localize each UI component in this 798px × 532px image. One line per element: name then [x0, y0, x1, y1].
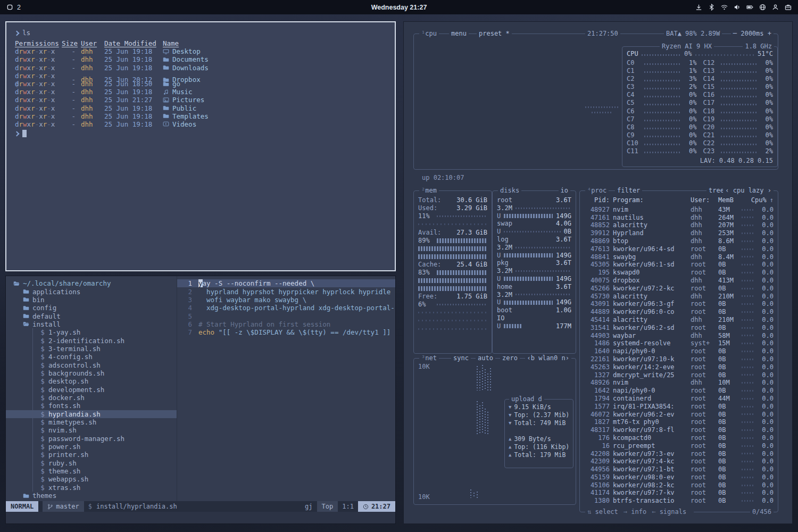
- tree-item-themes[interactable]: themes: [6, 492, 177, 500]
- io-mode-button[interactable]: io: [559, 187, 570, 195]
- tree-item-backgrounds.sh[interactable]: $backgrounds.sh: [6, 369, 177, 377]
- briefcase-icon[interactable]: [785, 4, 792, 11]
- process-row[interactable]: 1577irq/81-PIXA3854:root0B0.0: [584, 403, 774, 411]
- process-row[interactable]: 39912Hyprlanddhh253M0.0: [584, 229, 774, 237]
- wifi-icon[interactable]: [721, 4, 728, 11]
- tree-item-config[interactable]: config: [6, 304, 177, 312]
- proc-footer-info[interactable]: → info: [624, 508, 646, 516]
- process-row[interactable]: 46072kworker/u96:2-evroot0B0.0: [584, 411, 774, 419]
- process-row[interactable]: 1827mt76-tx phy0root0B0.0: [584, 418, 774, 426]
- editor-pane[interactable]: 1yay -S --noconfirm --needed \2 hyprland…: [177, 276, 395, 501]
- code-line-3[interactable]: 3 wofi waybar mako swaybg \: [177, 296, 395, 304]
- tree-item-webapps.sh[interactable]: $webapps.sh: [6, 475, 177, 483]
- disks-box-title[interactable]: disks: [498, 187, 521, 195]
- process-row[interactable]: 1327dmcrypt_write/25root0B0.0: [584, 371, 774, 379]
- process-row[interactable]: 31541kworker/u96:2-sdroot0B0.0: [584, 324, 774, 332]
- update-interval[interactable]: ─ 2000ms +: [731, 30, 774, 38]
- globe-icon[interactable]: [759, 4, 766, 11]
- workspace-icon[interactable]: [6, 4, 13, 11]
- code-line-6[interactable]: 6# Start Hyprland on first session: [177, 320, 395, 328]
- user-icon[interactable]: [772, 4, 779, 11]
- tray-download-icon[interactable]: [695, 4, 702, 11]
- tree-item-2-identification.sh[interactable]: $2-identification.sh: [6, 336, 177, 344]
- tree-item-adscontrol.sh[interactable]: $adscontrol.sh: [6, 361, 177, 369]
- process-row[interactable]: 43091kworker/u96:3-gfroot0B0.0: [584, 300, 774, 308]
- tree-item-hyprlandia.sh[interactable]: $hyprlandia.sh: [6, 410, 177, 418]
- process-row[interactable]: 48317kworker/u97:8-flroot0B0.0: [584, 426, 774, 434]
- process-row[interactable]: 40075dropboxdhh413M0.0: [584, 277, 774, 285]
- tree-item-bin[interactable]: bin: [6, 296, 177, 304]
- process-row[interactable]: 48926nvimdhh10M0.0: [584, 379, 774, 387]
- process-row[interactable]: 47613kworker/u96:4-sdroot0B0.0: [584, 245, 774, 253]
- process-row[interactable]: 44956kworker/u97:1-btroot0B0.0: [584, 466, 774, 473]
- process-row[interactable]: 48841swaybgdhh8.4M0.0: [584, 253, 774, 261]
- process-row[interactable]: 1640napi/phy0-0root0B0.0: [584, 347, 774, 355]
- tree-item-mimetypes.sh[interactable]: $mimetypes.sh: [6, 418, 177, 426]
- program-column-header[interactable]: Program:: [613, 196, 687, 204]
- proc-footer-select[interactable]: ⇅ select: [587, 508, 618, 516]
- cpu-column-header[interactable]: Cpu%: [751, 196, 767, 204]
- tree-root[interactable]: ~/.local/share/omarchy: [6, 279, 177, 287]
- code-line-4[interactable]: 4 xdg-desktop-portal-hyprland xdg-deskto…: [177, 304, 395, 312]
- process-row[interactable]: 42208kworker/u97:3-evroot0B0.0: [584, 450, 774, 458]
- process-row[interactable]: 48869btopdhh8.6M0.0: [584, 237, 774, 245]
- process-row[interactable]: 16rcu_preemptroot0B0.0: [584, 442, 774, 450]
- process-row[interactable]: 45305kworker/u96:1-sdroot0B0.0: [584, 261, 774, 269]
- code-line-5[interactable]: 5: [177, 312, 395, 320]
- process-row[interactable]: 1794containerdroot44M0.0: [584, 395, 774, 403]
- process-row[interactable]: 48927nvimdhh43M0.0: [584, 206, 774, 214]
- topbar-clock[interactable]: Wednesday 21:27: [371, 4, 427, 11]
- process-row[interactable]: 45730alacrittydhh210M0.0: [584, 293, 774, 301]
- process-row[interactable]: 195kswapd0root0B0.0: [584, 269, 774, 277]
- tree-item-theme.sh[interactable]: $theme.sh: [6, 467, 177, 475]
- process-row[interactable]: 45159kworker/u98:0-evroot0B0.0: [584, 473, 774, 481]
- filter-button[interactable]: filter: [615, 187, 642, 195]
- scroll-up-indicator[interactable]: ↑: [770, 196, 774, 204]
- code-line-1[interactable]: 1yay -S --noconfirm --needed \: [177, 279, 395, 287]
- process-row[interactable]: 176kcompactd0root0B0.0: [584, 434, 774, 442]
- prompt-line[interactable]: [15, 129, 386, 138]
- tree-item-applications[interactable]: applications: [6, 287, 177, 295]
- battery-icon[interactable]: [746, 4, 753, 11]
- sort-selector[interactable]: ‹ cpu lazy ›: [723, 187, 774, 195]
- tree-item-password-manager.sh[interactable]: $password-manager.sh: [6, 435, 177, 443]
- process-row[interactable]: 22161kworker/u97:10-kroot0B0.0: [584, 355, 774, 363]
- tree-item-4-config.sh[interactable]: $4-config.sh: [6, 353, 177, 361]
- tree-item-fonts.sh[interactable]: $fonts.sh: [6, 402, 177, 410]
- tree-item-nvim.sh[interactable]: $nvim.sh: [6, 426, 177, 434]
- tree-item-printer.sh[interactable]: $printer.sh: [6, 451, 177, 459]
- mem-column-header[interactable]: MemB: [718, 196, 738, 204]
- tree-item-1-yay.sh[interactable]: $1-yay.sh: [6, 328, 177, 336]
- mem-box-title[interactable]: ²mem: [419, 187, 439, 195]
- code-line-7[interactable]: 7echo "[[ -z \$DISPLAY && \$(tty) == /de…: [177, 328, 395, 336]
- tree-item-3-terminal.sh[interactable]: $3-terminal.sh: [6, 345, 177, 353]
- process-row[interactable]: 1642napi/phy0-0root0B0.0: [584, 387, 774, 395]
- tree-item-power.sh[interactable]: $power.sh: [6, 443, 177, 451]
- code-line-2[interactable]: 2 hyprland hyprshot hyprpicker hyprlock …: [177, 287, 395, 295]
- process-row[interactable]: 45263kworker/14:2-everoot0B0.0: [584, 363, 774, 371]
- workspace-indicator[interactable]: 2: [17, 4, 21, 11]
- process-row[interactable]: 47161nautilusdhh264M0.0: [584, 214, 774, 222]
- proc-footer-signals[interactable]: ← signals: [652, 508, 686, 516]
- proc-box-title[interactable]: ⁴proc: [585, 187, 609, 195]
- tree-item-development.sh[interactable]: $development.sh: [6, 385, 177, 393]
- cpu-box-title[interactable]: ¹cpu: [419, 30, 439, 38]
- process-row[interactable]: 45414alacrittydhh210M0.0: [584, 316, 774, 324]
- process-row[interactable]: 45106kworker/u98:2-kcroot0B0.0: [584, 481, 774, 489]
- process-row[interactable]: 1380btrfs-transactioroot0B0.0: [584, 497, 774, 505]
- git-branch[interactable]: master: [43, 501, 84, 512]
- pid-column-header[interactable]: Pid:: [584, 196, 610, 204]
- tree-item-desktop.sh[interactable]: $desktop.sh: [6, 377, 177, 385]
- process-row[interactable]: 1486systemd-resolvesyst+15M0.0: [584, 339, 774, 347]
- process-row[interactable]: 45266kworker/u97:2-kcroot0B0.0: [584, 285, 774, 293]
- tree-item-default[interactable]: default: [6, 312, 177, 320]
- tree-item-docker.sh[interactable]: $docker.sh: [6, 394, 177, 402]
- user-column-header[interactable]: User:: [691, 196, 715, 204]
- process-row[interactable]: 42309kworker/u97:4-kcroot0B0.0: [584, 458, 774, 466]
- tree-item-ruby.sh[interactable]: $ruby.sh: [6, 459, 177, 467]
- menu-button[interactable]: menu: [449, 30, 469, 38]
- bluetooth-icon[interactable]: [708, 4, 715, 11]
- tree-item-install[interactable]: install: [6, 320, 177, 328]
- process-row[interactable]: 41174kworker/u97:7-kvroot0B0.0: [584, 489, 774, 497]
- tree-item-xtras.sh[interactable]: $xtras.sh: [6, 484, 177, 492]
